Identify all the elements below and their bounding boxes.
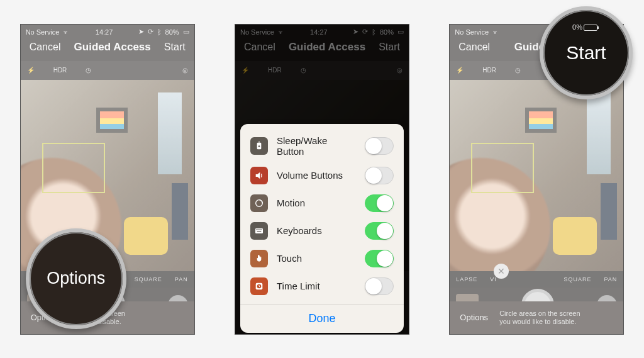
mode-timelapse[interactable]: LAPSE — [456, 276, 477, 282]
svg-rect-7 — [258, 229, 259, 230]
svg-rect-5 — [256, 229, 257, 230]
zoom-callout-options: Options — [26, 228, 126, 329]
phone-step-1: No Service ᯤ 14:27 ➤ ⟳ ᛒ 80% ▭ Cancel Gu… — [20, 24, 195, 335]
svg-rect-6 — [257, 229, 258, 230]
option-toggle[interactable] — [365, 194, 394, 212]
option-label: Volume Buttons — [277, 170, 356, 181]
svg-point-2 — [258, 145, 260, 147]
touch-icon — [250, 250, 268, 267]
mode-pano[interactable]: PAN — [604, 276, 617, 282]
nav-title: Guided Access — [74, 41, 151, 53]
option-label: Touch — [277, 253, 356, 264]
svg-rect-10 — [257, 231, 262, 232]
wifi-icon: ᯤ — [492, 28, 499, 36]
battery-pct-zoom: 0% — [572, 24, 582, 31]
hdr-toggle[interactable]: HDR — [53, 67, 67, 74]
svg-rect-9 — [261, 229, 262, 230]
keyboard-icon — [250, 222, 268, 240]
phone-step-2: No Service ᯤ 14:27 ➤ ⟳ ᛒ 80% ▭ Cancel Gu… — [235, 24, 409, 335]
disable-region-rect[interactable] — [42, 143, 105, 193]
time-limit-icon — [250, 277, 268, 295]
mode-square[interactable]: SQUARE — [564, 276, 591, 282]
option-row: Time Limit — [240, 272, 404, 300]
lock-icon: ⟳ — [148, 28, 153, 36]
option-row: Motion — [240, 189, 404, 217]
option-label: Sleep/Wake Button — [277, 135, 356, 157]
hdr-toggle[interactable]: HDR — [482, 67, 496, 74]
hint-line2: you would like to disable. — [499, 318, 580, 326]
option-row: Touch — [240, 245, 404, 272]
svg-rect-8 — [260, 229, 260, 230]
option-label: Motion — [277, 198, 356, 208]
option-row: Volume Buttons — [240, 162, 404, 189]
mode-pano[interactable]: PAN — [175, 276, 188, 282]
flash-icon[interactable]: ⚡ — [27, 67, 35, 74]
option-row: Keyboards — [240, 217, 404, 245]
option-toggle[interactable] — [365, 167, 394, 184]
option-row: Sleep/Wake Button — [240, 130, 404, 162]
svg-rect-4 — [255, 228, 263, 233]
options-button-zoomed[interactable]: Options — [47, 269, 105, 288]
camera-top-strip: ⚡ HDR ◷ ◎ — [21, 61, 194, 80]
guided-access-footer: Options Circle areas on the screen you w… — [450, 301, 623, 334]
options-sheet: Sleep/Wake Button Volume Buttons Motion … — [240, 124, 404, 333]
option-toggle[interactable] — [365, 250, 394, 267]
clock: 14:27 — [96, 28, 113, 36]
close-region-icon[interactable]: ✕ — [494, 264, 509, 279]
option-toggle[interactable] — [365, 222, 394, 240]
cancel-button[interactable]: Cancel — [30, 42, 61, 53]
carrier-label: No Service — [455, 28, 489, 36]
location-icon: ➤ — [138, 28, 144, 36]
option-toggle[interactable] — [365, 277, 394, 295]
camera-viewfinder — [450, 80, 623, 271]
svg-rect-1 — [258, 141, 259, 142]
start-button[interactable]: Start — [164, 42, 186, 53]
start-button-zoomed[interactable]: Start — [566, 43, 606, 62]
volume-icon — [250, 167, 268, 184]
battery-pct: 80% — [165, 28, 179, 36]
motion-icon — [250, 194, 268, 212]
battery-icon — [584, 25, 597, 31]
zoom-callout-start: 0% Start — [540, 6, 633, 99]
timer-icon[interactable]: ◷ — [515, 67, 521, 74]
mode-square[interactable]: SQUARE — [135, 276, 162, 282]
options-button[interactable]: Options — [460, 313, 488, 322]
camera-flip-icon[interactable]: ◎ — [182, 67, 188, 74]
option-toggle[interactable] — [365, 137, 394, 155]
disable-region-rect[interactable] — [471, 143, 534, 193]
battery-icon: ▭ — [183, 28, 189, 36]
nav-bar: Cancel Guided Access Start — [21, 37, 194, 61]
flash-icon[interactable]: ⚡ — [456, 67, 464, 74]
bluetooth-icon: ᛒ — [157, 28, 162, 36]
status-bar: No Service ᯤ 14:27 ➤ ⟳ ᛒ 80% ▭ — [21, 25, 194, 37]
done-button[interactable]: Done — [240, 304, 404, 333]
hint-line1: Circle areas on the screen — [499, 310, 580, 318]
timer-icon[interactable]: ◷ — [86, 67, 91, 74]
wifi-icon: ᯤ — [63, 28, 70, 36]
sleep-wake-icon — [250, 137, 268, 155]
option-label: Time Limit — [277, 281, 356, 291]
camera-mode-strip: ✕ LAPSE VI SQUARE PAN — [450, 271, 623, 288]
cancel-button[interactable]: Cancel — [458, 42, 490, 53]
option-label: Keyboards — [277, 225, 356, 236]
carrier-label: No Service — [26, 28, 60, 36]
